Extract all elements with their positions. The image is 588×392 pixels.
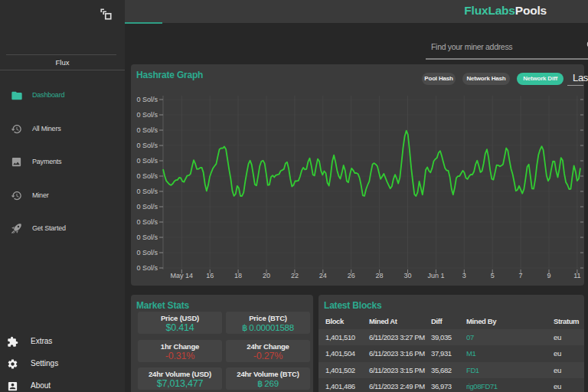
svg-text:0 Sol/s: 0 Sol/s — [136, 188, 158, 195]
svg-text:22: 22 — [291, 272, 299, 279]
svg-text:0 Sol/s: 0 Sol/s — [136, 172, 158, 180]
svg-text:0 Sol/s: 0 Sol/s — [136, 111, 158, 119]
svg-text:20: 20 — [263, 272, 270, 279]
svg-text:0 Sol/s: 0 Sol/s — [136, 142, 158, 149]
svg-text:7: 7 — [519, 272, 523, 279]
svg-text:26: 26 — [348, 272, 355, 279]
svg-text:0 Sol/s: 0 Sol/s — [136, 96, 158, 103]
svg-text:24: 24 — [319, 272, 327, 279]
svg-text:9: 9 — [547, 272, 550, 279]
svg-text:18: 18 — [234, 272, 242, 279]
svg-text:0 Sol/s: 0 Sol/s — [136, 264, 158, 272]
svg-text:0 Sol/s: 0 Sol/s — [136, 157, 158, 165]
svg-text:11: 11 — [573, 272, 580, 279]
svg-text:Jun 1: Jun 1 — [427, 272, 444, 279]
svg-text:0 Sol/s: 0 Sol/s — [136, 218, 158, 226]
svg-text:28: 28 — [376, 272, 384, 279]
svg-text:May 14: May 14 — [171, 272, 194, 279]
svg-text:0 Sol/s: 0 Sol/s — [136, 126, 158, 134]
svg-text:0 Sol/s: 0 Sol/s — [136, 249, 158, 256]
svg-text:0 Sol/s: 0 Sol/s — [136, 234, 158, 241]
svg-text:0 Sol/s: 0 Sol/s — [136, 203, 158, 211]
svg-text:16: 16 — [206, 272, 214, 279]
svg-text:30: 30 — [403, 272, 411, 279]
svg-text:3: 3 — [462, 272, 466, 279]
svg-text:5: 5 — [491, 272, 495, 279]
